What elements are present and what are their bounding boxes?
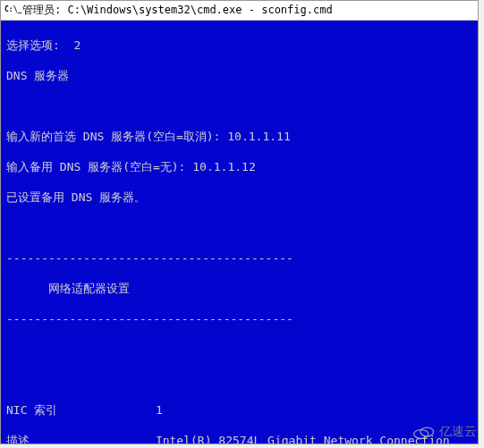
- nic-index-label: NIC 索引: [6, 403, 57, 417]
- blank-line: [6, 342, 472, 357]
- blank-line: [6, 372, 472, 387]
- window-title: 管理员: C:\Windows\system32\cmd.exe - sconf…: [22, 3, 333, 18]
- cmd-icon: [4, 4, 19, 17]
- divider-bottom: ----------------------------------------…: [6, 311, 472, 326]
- desc-value: Intel(R) 82574L Gigabit Network Connecti…: [156, 434, 450, 444]
- select-option-value: 2: [73, 38, 81, 52]
- backup-dns-set-msg: 已设置备用 DNS 服务器。: [6, 190, 472, 205]
- cloud-icon: [412, 423, 436, 441]
- dns-server-label: DNS 服务器: [6, 68, 472, 83]
- adapter-heading: 网络适配器设置: [6, 281, 472, 296]
- backup-dns-prompt: 输入备用 DNS 服务器(空白=无): 10.1.1.12: [6, 159, 472, 174]
- watermark-text: 亿速云: [439, 424, 477, 440]
- desc-label: 描述: [6, 434, 30, 444]
- console-area[interactable]: 选择选项: 2 DNS 服务器 输入新的首选 DNS 服务器(空白=取消): 1…: [1, 21, 478, 444]
- command-prompt-window: 管理员: C:\Windows\system32\cmd.exe - sconf…: [0, 0, 479, 444]
- blank-line: [6, 220, 472, 235]
- blank-line: [6, 98, 472, 114]
- titlebar[interactable]: 管理员: C:\Windows\system32\cmd.exe - sconf…: [1, 1, 478, 21]
- divider-top: ----------------------------------------…: [6, 250, 472, 266]
- select-option-label: 选择选项:: [6, 38, 60, 52]
- primary-dns-prompt: 输入新的首选 DNS 服务器(空白=取消): 10.1.1.11: [6, 129, 472, 144]
- nic-index-value: 1: [156, 403, 163, 417]
- watermark: 亿速云: [412, 423, 477, 441]
